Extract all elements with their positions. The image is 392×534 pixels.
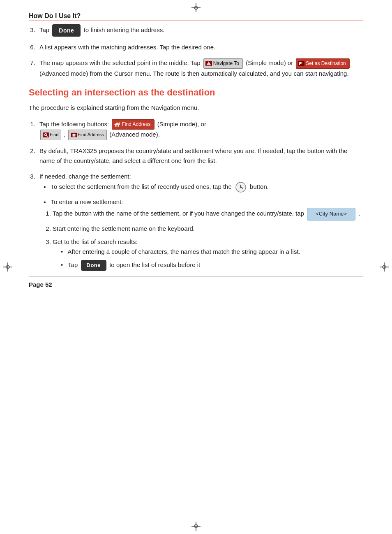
bottom-rule (29, 276, 363, 277)
step-3b: If needed, change the settlement: To sel… (37, 172, 363, 271)
step1-advanced: (Advanced mode). (109, 131, 160, 138)
main-steps-top: Tap Done to finish entering the address. (37, 24, 363, 37)
svg-rect-27 (72, 135, 75, 137)
inner-step-3: Get to the list of search results: After… (53, 237, 363, 271)
find-address-button: Find Address (112, 119, 154, 130)
svg-rect-22 (43, 132, 49, 137)
navigate-button-label: Navigate To (213, 60, 239, 67)
top-rule (29, 21, 363, 21)
inner-bullet2-end: to open the list of results before it (109, 261, 200, 268)
inner-step1-text: Tap the button with the name of the sett… (53, 210, 304, 217)
step6-text: A list appears with the matching address… (39, 44, 215, 51)
inner-step2-text: Start entering the settlement name on th… (53, 225, 195, 232)
svg-rect-15 (299, 62, 300, 65)
inner-bullet-2: Tap Done to open the list of results bef… (61, 260, 363, 271)
done-button-img2: Done (81, 260, 107, 271)
svg-point-31 (240, 187, 241, 188)
crosshair-bottom (191, 522, 201, 531)
step3-tap-label: Tap (39, 26, 51, 33)
dest-icon (298, 61, 304, 66)
navigate-icon (205, 61, 212, 66)
bullet1-text: To select the settlement from the list o… (51, 183, 232, 190)
page-footer: Page 52 (29, 281, 363, 288)
inner-step-1: Tap the button with the name of the sett… (53, 208, 363, 221)
search-results-sub-list: After entering a couple of characters, t… (61, 247, 363, 271)
house-flag-icon (114, 122, 120, 127)
page-content: How Do I Use It? Tap Done to finish ente… (0, 0, 392, 300)
set-destination-button: Set as Destination (296, 58, 349, 69)
find-small-icon (43, 132, 49, 137)
city-name-button: <City Name> (307, 208, 355, 221)
svg-point-11 (194, 525, 198, 528)
done-button-img: Done (52, 24, 81, 37)
step7-prefix: The map appears with the selected point … (39, 59, 201, 66)
find-addr-label: Find Address (122, 121, 150, 128)
comma-separator: , (64, 131, 67, 138)
intro-paragraph: The procedure is explained starting from… (29, 103, 363, 113)
clock-icon (235, 181, 247, 193)
step-3: Tap Done to finish entering the address. (37, 24, 363, 37)
inner-step-2: Start entering the settlement name on th… (53, 224, 363, 234)
step7-simple: (Simple mode) or (246, 59, 293, 66)
find-small-button: Find (40, 130, 61, 140)
navigate-to-button: Navigate To (203, 58, 243, 69)
svg-marker-21 (120, 122, 120, 124)
step-2: By default, TRAX325 proposes the country… (37, 146, 363, 166)
step-6: A list appears with the matching address… (37, 42, 363, 52)
find-addr-small-icon (71, 132, 77, 137)
sub-item-new-settlement: To enter a new settlement: Tap the butto… (44, 197, 363, 271)
set-dest-button-label: Set as Destination (306, 60, 346, 67)
inner-bullet2-tap: Tap (68, 261, 78, 268)
main-steps-6-7: A list appears with the matching address… (37, 42, 363, 79)
find-addr-small-label: Find Address (78, 131, 104, 139)
settlement-sub-list: To select the settlement from the list o… (39, 181, 363, 271)
find-small-label: Find (50, 131, 58, 139)
sub-item-recent: To select the settlement from the list o… (44, 181, 363, 193)
step3-text: to finish entering the address. (84, 26, 165, 33)
intersection-steps: Tap the following buttons: Find Address … (37, 119, 363, 271)
bullet1-end: button. (250, 183, 269, 190)
step3b-text: If needed, change the settlement: (39, 173, 131, 180)
inner-step3-text: Get to the list of search results: (53, 238, 138, 245)
step1-prefix: Tap the following buttons: (39, 121, 109, 128)
inner-step1-end: . (358, 210, 360, 217)
find-addr-small-button: Find Address (68, 130, 107, 140)
step2-text: By default, TRAX325 proposes the country… (39, 147, 347, 164)
step1-simple: (Simple mode), or (157, 121, 206, 128)
section-heading: Selecting an intersection as the destina… (29, 87, 363, 99)
bullet2-text: To enter a new settlement: (51, 198, 123, 205)
step7-advanced: (Advanced mode) from the Cursor menu. Th… (39, 70, 349, 77)
step-7: The map appears with the selected point … (37, 58, 363, 79)
inner-steps: Tap the button with the name of the sett… (53, 208, 363, 271)
svg-rect-20 (119, 122, 120, 125)
svg-rect-19 (117, 125, 118, 127)
inner-bullet-1: After entering a couple of characters, t… (61, 247, 363, 257)
page-heading: How Do I Use It? (29, 12, 363, 20)
step-1: Tap the following buttons: Find Address … (37, 119, 363, 140)
inner-bullet1-text: After entering a couple of characters, t… (68, 248, 300, 255)
